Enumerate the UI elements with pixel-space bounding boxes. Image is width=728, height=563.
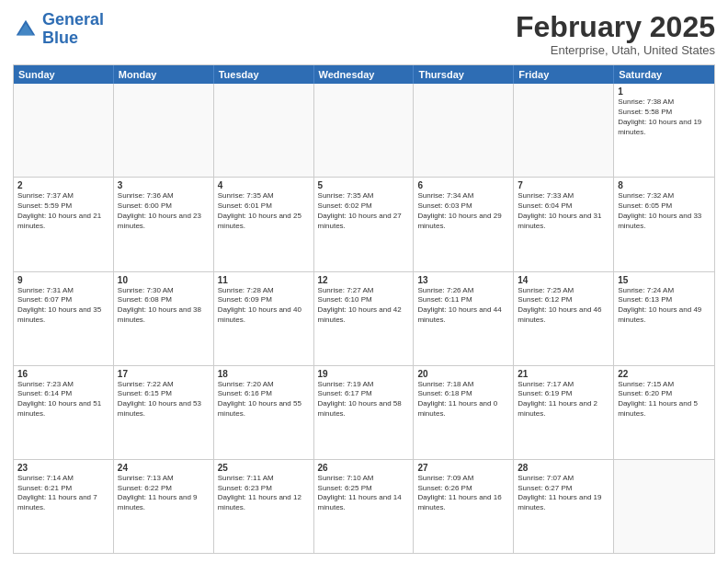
day-cell-23: 23Sunrise: 7:14 AM Sunset: 6:21 PM Dayli… bbox=[14, 460, 114, 553]
header-day-sunday: Sunday bbox=[14, 65, 114, 84]
empty-cell bbox=[614, 460, 714, 553]
day-number: 15 bbox=[618, 275, 711, 285]
cell-info: Sunrise: 7:17 AM Sunset: 6:19 PM Dayligh… bbox=[518, 380, 609, 419]
cell-info: Sunrise: 7:35 AM Sunset: 6:02 PM Dayligh… bbox=[318, 191, 410, 231]
cell-info: Sunrise: 7:07 AM Sunset: 6:27 PM Dayligh… bbox=[518, 474, 609, 513]
cell-info: Sunrise: 7:24 AM Sunset: 6:13 PM Dayligh… bbox=[618, 286, 711, 326]
day-cell-16: 16Sunrise: 7:23 AM Sunset: 6:14 PM Dayli… bbox=[14, 366, 114, 459]
header-day-saturday: Saturday bbox=[614, 65, 714, 84]
day-cell-13: 13Sunrise: 7:26 AM Sunset: 6:11 PM Dayli… bbox=[414, 272, 514, 365]
day-cell-1: 1Sunrise: 7:38 AM Sunset: 5:58 PM Daylig… bbox=[614, 84, 714, 177]
day-cell-9: 9Sunrise: 7:31 AM Sunset: 6:07 PM Daylig… bbox=[14, 272, 114, 365]
day-cell-26: 26Sunrise: 7:10 AM Sunset: 6:25 PM Dayli… bbox=[314, 460, 415, 553]
calendar-body: 1Sunrise: 7:38 AM Sunset: 5:58 PM Daylig… bbox=[14, 84, 714, 553]
day-cell-6: 6Sunrise: 7:34 AM Sunset: 6:03 PM Daylig… bbox=[414, 178, 514, 270]
cell-info: Sunrise: 7:30 AM Sunset: 6:08 PM Dayligh… bbox=[118, 286, 210, 326]
cell-info: Sunrise: 7:28 AM Sunset: 6:09 PM Dayligh… bbox=[218, 286, 310, 326]
day-cell-10: 10Sunrise: 7:30 AM Sunset: 6:08 PM Dayli… bbox=[114, 272, 214, 365]
day-number: 5 bbox=[318, 180, 410, 190]
cell-info: Sunrise: 7:09 AM Sunset: 6:26 PM Dayligh… bbox=[417, 474, 509, 513]
day-number: 18 bbox=[218, 369, 310, 379]
day-number: 10 bbox=[118, 275, 210, 285]
cell-info: Sunrise: 7:22 AM Sunset: 6:15 PM Dayligh… bbox=[118, 380, 210, 419]
day-cell-20: 20Sunrise: 7:18 AM Sunset: 6:18 PM Dayli… bbox=[414, 366, 514, 459]
cell-info: Sunrise: 7:14 AM Sunset: 6:21 PM Dayligh… bbox=[17, 474, 109, 513]
header-day-friday: Friday bbox=[514, 65, 614, 84]
calendar-header: SundayMondayTuesdayWednesdayThursdayFrid… bbox=[14, 65, 714, 84]
day-cell-22: 22Sunrise: 7:15 AM Sunset: 6:20 PM Dayli… bbox=[614, 366, 714, 459]
day-number: 1 bbox=[618, 86, 711, 97]
empty-cell bbox=[14, 84, 114, 177]
day-number: 21 bbox=[518, 369, 609, 379]
empty-cell bbox=[214, 84, 314, 177]
logo: General Blue bbox=[13, 11, 104, 48]
week-row-2: 9Sunrise: 7:31 AM Sunset: 6:07 PM Daylig… bbox=[14, 272, 714, 366]
day-cell-2: 2Sunrise: 7:37 AM Sunset: 5:59 PM Daylig… bbox=[14, 178, 114, 270]
logo-blue: Blue bbox=[42, 29, 78, 47]
day-number: 28 bbox=[518, 463, 609, 473]
logo-general: General bbox=[42, 10, 104, 29]
cell-info: Sunrise: 7:13 AM Sunset: 6:22 PM Dayligh… bbox=[118, 474, 210, 513]
day-cell-11: 11Sunrise: 7:28 AM Sunset: 6:09 PM Dayli… bbox=[214, 272, 314, 365]
cell-info: Sunrise: 7:34 AM Sunset: 6:03 PM Dayligh… bbox=[417, 191, 509, 231]
header-day-wednesday: Wednesday bbox=[314, 65, 415, 84]
day-cell-27: 27Sunrise: 7:09 AM Sunset: 6:26 PM Dayli… bbox=[414, 460, 514, 553]
cell-info: Sunrise: 7:10 AM Sunset: 6:25 PM Dayligh… bbox=[318, 474, 410, 513]
empty-cell bbox=[514, 84, 614, 177]
cell-info: Sunrise: 7:26 AM Sunset: 6:11 PM Dayligh… bbox=[417, 286, 509, 326]
day-number: 16 bbox=[17, 369, 109, 379]
day-number: 22 bbox=[618, 369, 711, 379]
day-cell-19: 19Sunrise: 7:19 AM Sunset: 6:17 PM Dayli… bbox=[314, 366, 415, 459]
day-number: 4 bbox=[218, 180, 310, 190]
day-number: 26 bbox=[318, 463, 410, 473]
day-number: 7 bbox=[518, 180, 609, 190]
header-day-monday: Monday bbox=[114, 65, 214, 84]
day-number: 2 bbox=[17, 180, 109, 190]
day-number: 12 bbox=[318, 275, 410, 285]
week-row-3: 16Sunrise: 7:23 AM Sunset: 6:14 PM Dayli… bbox=[14, 366, 714, 460]
day-cell-28: 28Sunrise: 7:07 AM Sunset: 6:27 PM Dayli… bbox=[514, 460, 614, 553]
empty-cell bbox=[414, 84, 514, 177]
title-block: February 2025 Enterprise, Utah, United S… bbox=[516, 11, 715, 57]
day-cell-18: 18Sunrise: 7:20 AM Sunset: 6:16 PM Dayli… bbox=[214, 366, 314, 459]
cell-info: Sunrise: 7:31 AM Sunset: 6:07 PM Dayligh… bbox=[17, 286, 109, 326]
cell-info: Sunrise: 7:11 AM Sunset: 6:23 PM Dayligh… bbox=[218, 474, 310, 513]
cell-info: Sunrise: 7:35 AM Sunset: 6:01 PM Dayligh… bbox=[218, 191, 310, 231]
month-title: February 2025 bbox=[516, 11, 715, 43]
day-cell-8: 8Sunrise: 7:32 AM Sunset: 6:05 PM Daylig… bbox=[614, 178, 714, 270]
cell-info: Sunrise: 7:15 AM Sunset: 6:20 PM Dayligh… bbox=[618, 380, 711, 419]
day-cell-14: 14Sunrise: 7:25 AM Sunset: 6:12 PM Dayli… bbox=[514, 272, 614, 365]
logo-icon bbox=[13, 17, 39, 42]
day-cell-5: 5Sunrise: 7:35 AM Sunset: 6:02 PM Daylig… bbox=[314, 178, 415, 270]
cell-info: Sunrise: 7:19 AM Sunset: 6:17 PM Dayligh… bbox=[318, 380, 410, 419]
week-row-4: 23Sunrise: 7:14 AM Sunset: 6:21 PM Dayli… bbox=[14, 460, 714, 553]
day-number: 14 bbox=[518, 275, 609, 285]
cell-info: Sunrise: 7:36 AM Sunset: 6:00 PM Dayligh… bbox=[118, 191, 210, 231]
location: Enterprise, Utah, United States bbox=[516, 43, 715, 57]
day-number: 3 bbox=[118, 180, 210, 190]
day-number: 25 bbox=[218, 463, 310, 473]
header-day-thursday: Thursday bbox=[414, 65, 514, 84]
day-number: 13 bbox=[417, 275, 509, 285]
header: General Blue February 2025 Enterprise, U… bbox=[13, 11, 715, 57]
day-number: 20 bbox=[417, 369, 509, 379]
cell-info: Sunrise: 7:20 AM Sunset: 6:16 PM Dayligh… bbox=[218, 380, 310, 419]
cell-info: Sunrise: 7:18 AM Sunset: 6:18 PM Dayligh… bbox=[417, 380, 509, 419]
cell-info: Sunrise: 7:37 AM Sunset: 5:59 PM Dayligh… bbox=[17, 191, 109, 231]
calendar: SundayMondayTuesdayWednesdayThursdayFrid… bbox=[13, 64, 715, 554]
calendar-page: General Blue February 2025 Enterprise, U… bbox=[0, 0, 728, 563]
cell-info: Sunrise: 7:33 AM Sunset: 6:04 PM Dayligh… bbox=[518, 191, 609, 231]
day-number: 24 bbox=[118, 463, 210, 473]
week-row-1: 2Sunrise: 7:37 AM Sunset: 5:59 PM Daylig… bbox=[14, 178, 714, 271]
day-number: 17 bbox=[118, 369, 210, 379]
day-number: 6 bbox=[417, 180, 509, 190]
header-day-tuesday: Tuesday bbox=[214, 65, 314, 84]
empty-cell bbox=[114, 84, 214, 177]
week-row-0: 1Sunrise: 7:38 AM Sunset: 5:58 PM Daylig… bbox=[14, 84, 714, 178]
day-cell-4: 4Sunrise: 7:35 AM Sunset: 6:01 PM Daylig… bbox=[214, 178, 314, 270]
cell-info: Sunrise: 7:25 AM Sunset: 6:12 PM Dayligh… bbox=[518, 286, 609, 326]
day-cell-17: 17Sunrise: 7:22 AM Sunset: 6:15 PM Dayli… bbox=[114, 366, 214, 459]
day-number: 11 bbox=[218, 275, 310, 285]
logo-text: General Blue bbox=[42, 11, 104, 48]
day-cell-15: 15Sunrise: 7:24 AM Sunset: 6:13 PM Dayli… bbox=[614, 272, 714, 365]
